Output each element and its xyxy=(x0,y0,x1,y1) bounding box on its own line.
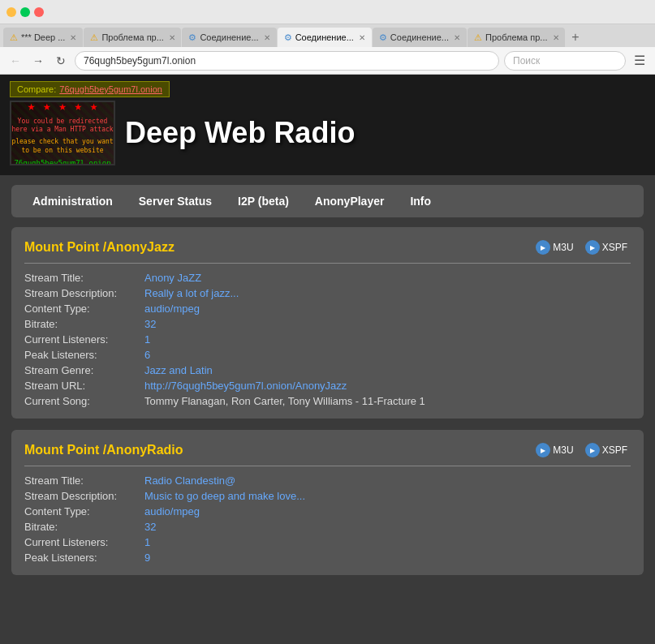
logo-overlay: ★ ★ ★ ★ ★ You could be redirected here v… xyxy=(11,101,114,165)
value-stream-title: Anony JaZZ xyxy=(144,272,201,284)
value-radio-peak-listeners: 9 xyxy=(144,552,150,564)
label-stream-desc: Stream Description: xyxy=(24,287,138,299)
tab-2-warning-icon: ⚠ xyxy=(90,32,98,43)
mount-card-anony-radio: Mount Point /AnonyRadio ▶ M3U ▶ XSPF xyxy=(11,430,644,575)
value-radio-stream-title: Radio Clandestin@ xyxy=(144,474,235,487)
label-radio-current-listeners: Current Listeners: xyxy=(24,536,138,548)
tab-1[interactable]: ⚠ *** Deep ... ✕ xyxy=(3,28,83,47)
refresh-button[interactable]: ↻ xyxy=(52,52,70,70)
info-row-content-type: Content Type: audio/mpeg xyxy=(24,303,631,315)
label-radio-content-type: Content Type: xyxy=(24,505,138,517)
browser-menu-button[interactable]: ☰ xyxy=(631,52,649,70)
forward-button[interactable]: → xyxy=(29,52,47,70)
card-actions-anony-radio: ▶ M3U ▶ XSPF xyxy=(532,441,631,459)
tab-5[interactable]: ⚙ Соединение... ✕ xyxy=(373,28,467,47)
value-stream-desc: Really a lot of jazz... xyxy=(144,287,239,299)
window-controls xyxy=(6,7,44,17)
tab-5-label: Соединение... xyxy=(390,32,449,42)
xspf-button-anony-jazz[interactable]: ▶ XSPF xyxy=(582,238,631,256)
page-content: Compare: 76qugh5bey5gum7l.onion ★ ★ ★ ★ … xyxy=(0,75,655,644)
compare-url[interactable]: 76qugh5bey5gum7l.onion xyxy=(59,84,162,94)
nav-bar: Administration Server Status I2P (beta) … xyxy=(11,185,644,217)
tab-1-close[interactable]: ✕ xyxy=(70,33,76,42)
info-row-radio-bitrate: Bitrate: 32 xyxy=(24,521,631,533)
search-input[interactable]: Поиск xyxy=(504,51,626,71)
nav-item-info[interactable]: Info xyxy=(405,191,436,211)
label-radio-stream-title: Stream Title: xyxy=(24,474,138,487)
info-row-current-listeners: Current Listeners: 1 xyxy=(24,333,631,346)
xspf-label-anony-radio: XSPF xyxy=(602,444,627,456)
value-stream-genre: Jazz and Latin xyxy=(144,364,213,376)
label-bitrate: Bitrate: xyxy=(24,318,138,330)
value-current-song: Tommy Flanagan, Ron Carter, Tony William… xyxy=(144,395,425,407)
tab-6-warning-icon: ⚠ xyxy=(474,32,482,43)
label-radio-peak-listeners: Peak Listeners: xyxy=(24,552,138,564)
value-bitrate: 32 xyxy=(144,318,156,330)
url-bar[interactable]: 76qugh5bey5gum7l.onion xyxy=(75,51,499,71)
m3u-button-anony-jazz[interactable]: ▶ M3U xyxy=(532,238,576,256)
site-logo: ★ ★ ★ ★ ★ You could be redirected here v… xyxy=(10,101,115,165)
value-stream-url[interactable]: http://76qugh5bey5gum7l.onion/AnonyJazz xyxy=(144,380,347,392)
label-stream-url: Stream URL: xyxy=(24,380,138,392)
mount-card-anony-jazz: Mount Point /AnonyJazz ▶ M3U ▶ XSPF xyxy=(11,227,644,419)
search-placeholder: Поиск xyxy=(513,55,540,67)
card-header-anony-radio: Mount Point /AnonyRadio ▶ M3U ▶ XSPF xyxy=(24,441,631,466)
value-peak-listeners: 6 xyxy=(144,349,150,361)
tab-4-label: Соединение... xyxy=(295,32,354,42)
m3u-label-anony-radio: M3U xyxy=(553,444,573,456)
nav-item-administration[interactable]: Administration xyxy=(28,191,118,211)
info-row-radio-peak-listeners: Peak Listeners: 9 xyxy=(24,552,631,564)
xspf-play-icon-radio: ▶ xyxy=(585,443,600,457)
info-row-stream-title: Stream Title: Anony JaZZ xyxy=(24,272,631,284)
browser-frame: ⚠ *** Deep ... ✕ ⚠ Проблема пр... ✕ ⚙ Со… xyxy=(0,0,655,644)
info-row-peak-listeners: Peak Listeners: 6 xyxy=(24,349,631,361)
mount-title-anony-radio: Mount Point /AnonyRadio xyxy=(24,443,183,457)
tab-4-close[interactable]: ✕ xyxy=(359,33,365,42)
back-button[interactable]: ← xyxy=(6,52,24,70)
tab-3[interactable]: ⚙ Соединение... ✕ xyxy=(182,28,276,47)
title-bar xyxy=(0,0,655,24)
tab-6[interactable]: ⚠ Проблема пр... ✕ xyxy=(468,28,565,47)
tab-1-label: *** Deep ... xyxy=(21,32,65,42)
value-radio-bitrate: 32 xyxy=(144,521,156,533)
cards-area: Mount Point /AnonyJazz ▶ M3U ▶ XSPF xyxy=(0,227,655,586)
address-bar: ← → ↻ 76qugh5bey5gum7l.onion Поиск ☰ xyxy=(0,47,655,75)
nav-item-i2p[interactable]: I2P (beta) xyxy=(233,191,294,211)
tab-3-label: Соединение... xyxy=(200,32,258,42)
tab-3-close[interactable]: ✕ xyxy=(264,33,270,42)
minimize-button[interactable] xyxy=(6,7,16,17)
mount-title-anony-jazz: Mount Point /AnonyJazz xyxy=(24,240,175,255)
value-content-type: audio/mpeg xyxy=(144,303,200,315)
compare-bar: Compare: 76qugh5bey5gum7l.onion xyxy=(10,81,170,97)
value-current-listeners: 1 xyxy=(144,333,150,346)
maximize-button[interactable] xyxy=(20,7,30,17)
warning-text-logo: You could be redirected here via a Man H… xyxy=(11,118,114,135)
close-button[interactable] xyxy=(34,7,44,17)
m3u-button-anony-radio[interactable]: ▶ M3U xyxy=(532,441,576,459)
tab-4[interactable]: ⚙ Соединение... ✕ xyxy=(278,28,372,47)
stars-decoration: ★ ★ ★ ★ ★ xyxy=(11,101,114,116)
site-title-area: ★ ★ ★ ★ ★ You could be redirected here v… xyxy=(10,101,645,165)
info-row-current-song: Current Song: Tommy Flanagan, Ron Carter… xyxy=(24,395,631,407)
value-radio-content-type: audio/mpeg xyxy=(144,505,200,517)
m3u-play-icon: ▶ xyxy=(536,240,550,255)
tab-6-label: Проблема пр... xyxy=(485,32,547,42)
new-tab-button[interactable]: + xyxy=(566,28,585,47)
site-title: Deep Web Radio xyxy=(125,116,355,150)
nav-item-server-status[interactable]: Server Status xyxy=(134,191,217,211)
tab-2-close[interactable]: ✕ xyxy=(169,33,175,42)
xspf-button-anony-radio[interactable]: ▶ XSPF xyxy=(582,441,631,459)
info-row-radio-stream-title: Stream Title: Radio Clandestin@ xyxy=(24,474,631,487)
tab-2[interactable]: ⚠ Проблема пр... ✕ xyxy=(84,28,181,47)
tab-6-close[interactable]: ✕ xyxy=(553,33,559,42)
value-radio-stream-desc: Music to go deep and make love... xyxy=(144,490,305,502)
tab-3-icon: ⚙ xyxy=(188,32,196,43)
info-row-stream-desc: Stream Description: Really a lot of jazz… xyxy=(24,287,631,299)
url-text: 76qugh5bey5gum7l.onion xyxy=(84,55,196,67)
tab-warning-icon: ⚠ xyxy=(10,32,18,43)
label-stream-genre: Stream Genre: xyxy=(24,364,138,376)
logo-url-text: 76qugh5bey5gum7l.onion xyxy=(11,158,114,165)
info-row-radio-content-type: Content Type: audio/mpeg xyxy=(24,505,631,517)
nav-item-anonyplayer[interactable]: AnonyPlayer xyxy=(310,191,390,211)
tab-5-close[interactable]: ✕ xyxy=(454,33,460,42)
